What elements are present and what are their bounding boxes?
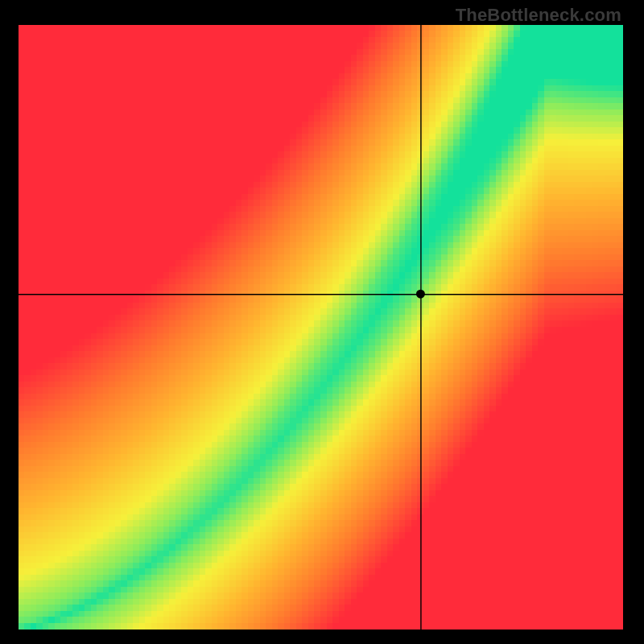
chart-container: TheBottleneck.com [0,0,644,644]
bottleneck-heatmap [19,25,623,630]
watermark-text: TheBottleneck.com [456,5,621,26]
